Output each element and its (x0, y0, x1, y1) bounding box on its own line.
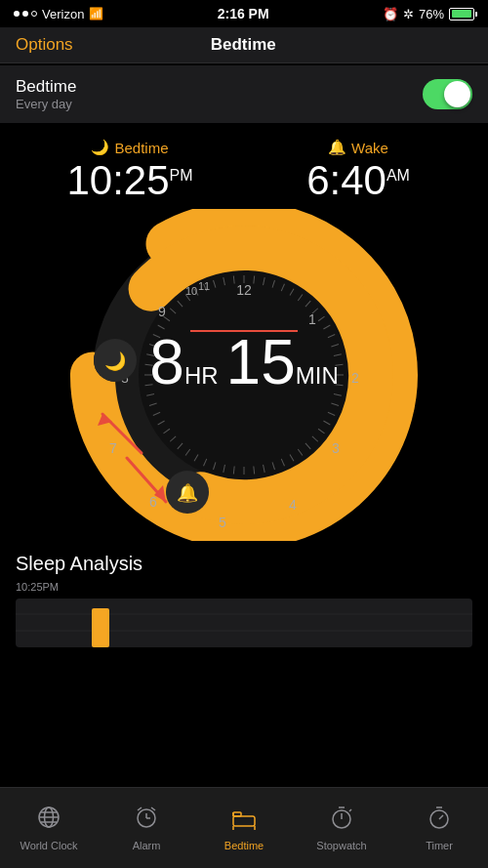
svg-text:6: 6 (149, 494, 157, 510)
bluetooth-icon: ✲ (403, 7, 414, 21)
signal-dots (14, 11, 37, 17)
bed-svg (231, 805, 257, 830)
tab-alarm-label: Alarm (133, 840, 161, 851)
battery-tip (475, 12, 477, 17)
svg-text:1: 1 (308, 311, 316, 327)
sleep-chart (16, 599, 472, 647)
status-left: Verizon 📶 (14, 7, 103, 21)
svg-text:12: 12 (236, 282, 252, 298)
duration-min-label: MIN (296, 362, 339, 390)
timer-svg (427, 805, 452, 830)
svg-rect-97 (233, 812, 241, 816)
sleep-analysis-title: Sleep Analysis (16, 553, 472, 575)
page-title: Bedtime (211, 35, 276, 55)
bedtime-hour: 10:25 (66, 157, 169, 203)
bedtime-label-group: Bedtime Every day (16, 77, 76, 111)
tab-bedtime-label: Bedtime (224, 840, 264, 851)
timer-icon (427, 805, 452, 836)
times-row: 🌙 Bedtime 10:25PM 🔔 Wake 6:40AM (0, 123, 488, 209)
wifi-icon: 📶 (89, 7, 103, 21)
status-right: ⏰ ✲ 76% (383, 7, 474, 21)
bedtime-col: 🌙 Bedtime 10:25PM (16, 139, 244, 201)
svg-text:2: 2 (351, 370, 359, 386)
dot2 (22, 11, 28, 17)
dot3 (31, 11, 37, 17)
svg-line-106 (439, 815, 443, 819)
header: Options Bedtime (0, 27, 488, 63)
alarm-svg (134, 805, 159, 830)
wake-hour: 6:40 (306, 157, 386, 203)
battery-percent: 76% (419, 7, 444, 21)
duration-mins: 15 (226, 326, 296, 398)
svg-text:11: 11 (198, 280, 210, 292)
tab-stopwatch-label: Stopwatch (316, 840, 366, 851)
svg-rect-96 (233, 816, 255, 826)
wake-ampm: AM (386, 168, 410, 184)
svg-text:🌙: 🌙 (104, 351, 127, 372)
tab-timer[interactable]: Timer (390, 788, 488, 868)
bed-icon (231, 805, 257, 836)
world-clock-icon (36, 805, 61, 836)
stopwatch-icon (329, 805, 354, 836)
tab-world-clock-label: World Clock (20, 840, 77, 851)
svg-text:🔔: 🔔 (177, 482, 199, 504)
battery-icon (449, 8, 474, 21)
bedtime-toggle[interactable] (423, 79, 472, 109)
toggle-thumb (444, 81, 470, 107)
tab-world-clock[interactable]: World Clock (0, 788, 98, 868)
stopwatch-svg (329, 805, 354, 830)
bedtime-moon-icon: 🌙 (91, 139, 109, 156)
tab-timer-label: Timer (426, 840, 453, 851)
bedtime-main-label: Bedtime (16, 77, 76, 97)
alarm-icon (134, 805, 159, 836)
status-bar: Verizon 📶 2:16 PM ⏰ ✲ 76% (0, 0, 488, 27)
status-time: 2:16 PM (218, 6, 269, 21)
duration-hr-label: HR (184, 362, 219, 390)
tab-bedtime[interactable]: Bedtime (195, 788, 293, 868)
bedtime-time: 10:25PM (66, 160, 192, 201)
wake-label-row: 🔔 Wake (328, 139, 388, 156)
svg-line-104 (349, 809, 351, 811)
carrier-label: Verizon (42, 7, 84, 21)
svg-text:9: 9 (158, 304, 166, 319)
alarm-status-icon: ⏰ (383, 7, 398, 21)
svg-line-94 (138, 807, 142, 810)
bedtime-sublabel: Every day (16, 97, 76, 111)
svg-text:10: 10 (185, 285, 197, 297)
bedtime-col-label: Bedtime (114, 140, 168, 156)
duration-text: 8 HR 15 MIN (149, 326, 338, 398)
dot1 (14, 11, 20, 17)
bedtime-ampm: PM (170, 168, 193, 184)
tab-bar: World Clock Alarm Bedtime (0, 787, 488, 868)
svg-rect-85 (92, 608, 109, 647)
tab-alarm[interactable]: Alarm (98, 788, 195, 868)
clock-area: 12 1 2 3 4 5 6 7 8 9 10 11 🌙 🔔 (0, 209, 488, 541)
wake-time: 6:40AM (306, 160, 410, 201)
tab-stopwatch[interactable]: Stopwatch (293, 788, 390, 868)
wake-bell-icon: 🔔 (328, 139, 346, 156)
battery-fill (452, 10, 471, 18)
options-button[interactable]: Options (16, 35, 73, 55)
svg-line-95 (151, 807, 155, 810)
bedtime-label-row: 🌙 Bedtime (91, 139, 168, 156)
svg-text:4: 4 (289, 497, 297, 513)
svg-text:7: 7 (109, 440, 117, 456)
wake-col-label: Wake (351, 140, 388, 156)
svg-text:5: 5 (219, 515, 226, 530)
sleep-analysis-time: 10:25PM (16, 581, 472, 593)
bedtime-toggle-row: Bedtime Every day (0, 65, 488, 123)
sleep-analysis: Sleep Analysis 10:25PM (0, 541, 488, 659)
wake-col: 🔔 Wake 6:40AM (244, 139, 472, 201)
duration-hours: 8 (149, 326, 184, 398)
globe-svg (36, 805, 61, 830)
svg-text:3: 3 (332, 440, 340, 456)
